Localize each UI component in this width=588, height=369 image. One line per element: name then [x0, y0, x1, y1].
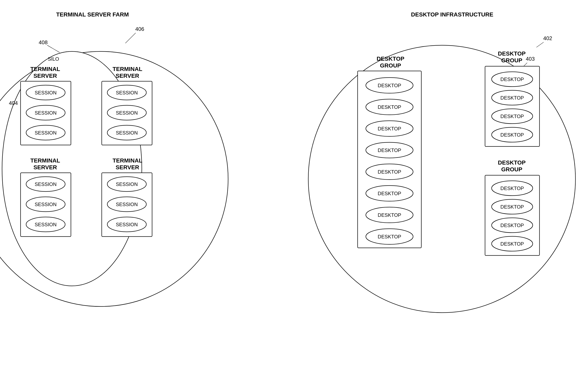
ts1-session2-label: SESSION — [35, 110, 57, 116]
ref-402: 402 — [543, 35, 552, 41]
dg1-desktop7-label: DESKTOP — [378, 212, 401, 218]
ts4-session2-label: SESSION — [116, 202, 138, 207]
dg1-desktop1-label: DESKTOP — [378, 83, 401, 88]
ts3-label-1: TERMINAL — [30, 157, 60, 164]
dg1-desktop8-label: DESKTOP — [378, 234, 401, 239]
ts1-session3-label: SESSION — [35, 130, 57, 135]
terminal-server-farm-title: TERMINAL SERVER FARM — [56, 11, 129, 18]
ts3-session1-label: SESSION — [35, 181, 57, 187]
dg1-desktop4-label: DESKTOP — [378, 147, 401, 153]
ts4-label-2: SERVER — [116, 164, 139, 171]
dg1-label-2: GROUP — [380, 62, 401, 69]
ts2-session2-label: SESSION — [116, 110, 138, 116]
dg1-desktop6-label: DESKTOP — [378, 191, 401, 196]
dg2-desktop2-label: DESKTOP — [500, 95, 524, 101]
ts3-session2-label: SESSION — [35, 202, 57, 207]
ts1-label-2: SERVER — [33, 73, 57, 79]
dg3-desktop4-label: DESKTOP — [500, 241, 524, 247]
svg-line-3 — [536, 42, 544, 47]
ref-403: 403 — [526, 56, 535, 62]
ts2-session3-label: SESSION — [116, 130, 138, 135]
svg-line-0 — [47, 45, 59, 52]
ts1-label-1: TERMINAL — [30, 66, 60, 72]
ts4-session3-label: SESSION — [116, 222, 138, 227]
dg3-desktop1-label: DESKTOP — [500, 185, 524, 191]
ts2-label-2: SERVER — [116, 73, 139, 79]
diagram: TERMINAL SERVER FARM SILO 408 406 404 TE… — [0, 0, 588, 369]
dg3-desktop2-label: DESKTOP — [500, 204, 524, 210]
dg3-desktop3-label: DESKTOP — [500, 223, 524, 228]
ts3-label-2: SERVER — [33, 164, 57, 171]
dg1-desktop3-label: DESKTOP — [378, 126, 401, 132]
dg2-desktop3-label: DESKTOP — [500, 113, 524, 119]
ref-406: 406 — [135, 26, 144, 32]
dg1-label-1: DESKTOP — [377, 56, 404, 62]
dg3-label-1: DESKTOP — [498, 159, 526, 166]
dg3-label-2: GROUP — [501, 166, 522, 173]
ts2-label-1: TERMINAL — [113, 66, 142, 72]
dg2-label-2: GROUP — [501, 57, 522, 63]
desktop-infra-title: DESKTOP INFRASTRUCTURE — [411, 11, 493, 18]
ts4-session1-label: SESSION — [116, 181, 138, 187]
dg2-label-1: DESKTOP — [498, 50, 526, 57]
ref-404: 404 — [9, 100, 18, 106]
ts3-session3-label: SESSION — [35, 222, 57, 227]
silo-label: SILO — [48, 56, 59, 62]
svg-line-1 — [125, 33, 136, 43]
dg1-desktop5-label: DESKTOP — [378, 169, 401, 175]
ts2-session1-label: SESSION — [116, 90, 138, 95]
dg2-desktop1-label: DESKTOP — [500, 77, 524, 82]
ref-408: 408 — [39, 39, 48, 45]
dg1-desktop2-label: DESKTOP — [378, 104, 401, 110]
ts1-session1-label: SESSION — [35, 90, 57, 95]
dg2-desktop4-label: DESKTOP — [500, 132, 524, 138]
ts4-label-1: TERMINAL — [113, 157, 142, 164]
